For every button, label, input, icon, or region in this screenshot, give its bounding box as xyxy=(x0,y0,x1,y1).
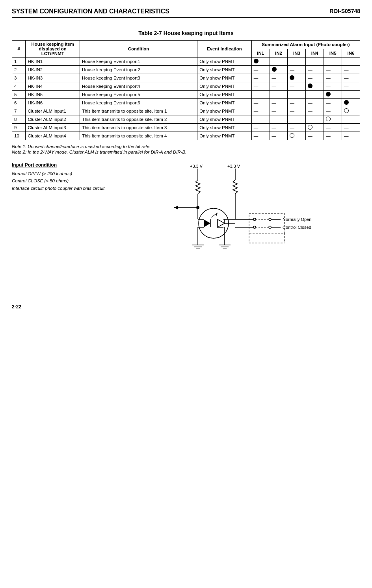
note-2: Note 2: In the 2-WAY mode, Cluster ALM i… xyxy=(12,150,360,154)
cell-symbol: — xyxy=(270,99,288,107)
circuit-diagram: +3.3 V +3.3 V xyxy=(130,162,360,288)
filled-dot xyxy=(326,92,331,96)
cell-symbol xyxy=(288,132,306,140)
contact-closed-right xyxy=(269,226,271,228)
cell-symbol: — xyxy=(342,58,360,66)
cell-num: 10 xyxy=(12,132,26,140)
cell-symbol: — xyxy=(251,115,270,124)
cell-symbol xyxy=(270,66,288,74)
house-keeping-table: # House keeping Item displayed on LCT/PN… xyxy=(12,40,360,140)
cell-num: 4 xyxy=(12,82,26,91)
cell-symbol: — xyxy=(306,107,324,115)
control-closed-label: Control Closed xyxy=(283,225,311,230)
circuit-area: Input Port condition Normal OPEN (> 200 … xyxy=(12,162,360,288)
cell-symbol: — xyxy=(251,132,270,140)
cell-symbol xyxy=(251,58,270,66)
cell-symbol: — xyxy=(306,91,324,99)
col-header-in5: IN5 xyxy=(324,49,342,58)
cell-condition: This item transmits to opposite site. It… xyxy=(80,132,197,140)
cell-symbol: — xyxy=(324,99,342,107)
contact-open-upper xyxy=(253,218,256,221)
cell-symbol: — xyxy=(288,115,306,124)
open-dot xyxy=(290,133,294,138)
contact-box xyxy=(249,213,285,233)
cell-condition: House keeping Event inport1 xyxy=(80,58,197,66)
cell-condition: This item transmits to opposite site. It… xyxy=(80,124,197,132)
cell-symbol: — xyxy=(270,91,288,99)
cell-condition: This item transmits to opposite site. It… xyxy=(80,115,197,124)
cell-symbol: — xyxy=(251,99,270,107)
cell-hk: HK-IN4 xyxy=(26,82,80,91)
cell-event: Only show PNMT xyxy=(197,58,252,66)
col-header-in4: IN4 xyxy=(306,49,324,58)
cell-symbol: — xyxy=(324,82,342,91)
circuit-text: Input Port condition Normal OPEN (> 200 … xyxy=(12,162,130,192)
cell-symbol: — xyxy=(342,91,360,99)
cell-symbol: — xyxy=(306,66,324,74)
cell-symbol: — xyxy=(251,74,270,82)
cell-symbol xyxy=(288,74,306,82)
arrow-left xyxy=(174,206,178,210)
col-header-in3: IN3 xyxy=(288,49,306,58)
table-title: Table 2-7 House keeping input Items xyxy=(12,30,360,36)
cell-symbol: — xyxy=(270,74,288,82)
table-row: 9Cluster ALM input3This item transmits t… xyxy=(12,124,360,132)
cell-event: Only show PNMT xyxy=(197,82,252,91)
contact-open-lower-upper xyxy=(269,218,271,221)
cell-hk: Cluster ALM input2 xyxy=(26,115,80,124)
cell-symbol: — xyxy=(288,91,306,99)
col-header-in1: IN1 xyxy=(251,49,270,58)
cell-hk: HK-IN5 xyxy=(26,91,80,99)
note-1: Note 1: Unused channel/interface is mask… xyxy=(12,144,360,149)
table-notes: Note 1: Unused channel/interface is mask… xyxy=(12,144,360,154)
vcc2-label: +3.3 V xyxy=(227,164,240,169)
doc-number: ROI-S05748 xyxy=(329,8,360,14)
cell-symbol: — xyxy=(270,58,288,66)
cell-event: Only show PNMT xyxy=(197,91,252,99)
table-row: 10Cluster ALM input4This item transmits … xyxy=(12,132,360,140)
cell-symbol: — xyxy=(306,74,324,82)
cell-num: 7 xyxy=(12,107,26,115)
cell-num: 8 xyxy=(12,115,26,124)
normally-open-label: Normally Open xyxy=(283,217,311,222)
cell-symbol: — xyxy=(288,58,306,66)
cell-symbol xyxy=(306,124,324,132)
cell-event: Only show PNMT xyxy=(197,124,252,132)
cell-symbol: — xyxy=(342,66,360,74)
circuit-svg: +3.3 V +3.3 V xyxy=(130,162,360,288)
cell-num: 1 xyxy=(12,58,26,66)
cell-symbol: — xyxy=(270,124,288,132)
open-dot xyxy=(326,117,331,121)
input-port-line-1: Normal OPEN (> 200 k ohms) xyxy=(12,170,130,177)
table-row: 4HK-IN4House keeping Event inport4Only s… xyxy=(12,82,360,91)
col-header-condition: Condition xyxy=(80,41,197,58)
col-header-summarized: Summarized Alarm Input (Photo coupler) xyxy=(251,41,360,49)
table-row: 8Cluster ALM input2This item transmits t… xyxy=(12,115,360,124)
open-dot xyxy=(308,125,312,130)
cell-symbol: — xyxy=(306,115,324,124)
cell-symbol: — xyxy=(270,115,288,124)
cell-symbol: — xyxy=(288,82,306,91)
cell-symbol: — xyxy=(342,132,360,140)
vcc1-label: +3.3 V xyxy=(190,164,203,169)
cell-event: Only show PNMT xyxy=(197,115,252,124)
cell-hk: Cluster ALM input3 xyxy=(26,124,80,132)
cell-symbol xyxy=(324,91,342,99)
page-footer: 2-22 xyxy=(12,304,360,310)
table-row: 6HK-IN6House keeping Event inport6Only s… xyxy=(12,99,360,107)
col-header-num: # xyxy=(12,41,26,58)
cell-symbol xyxy=(306,82,324,91)
cell-hk: HK-IN3 xyxy=(26,74,80,82)
cell-symbol: — xyxy=(251,82,270,91)
cell-event: Only show PNMT xyxy=(197,74,252,82)
cell-num: 3 xyxy=(12,74,26,82)
cell-symbol: — xyxy=(342,124,360,132)
cell-symbol: — xyxy=(324,58,342,66)
page-title: SYSTEM CONFIGURATION AND CHARACTERISTICS xyxy=(12,8,169,15)
cell-symbol: — xyxy=(342,82,360,91)
contact-open-lower xyxy=(253,226,256,228)
cell-num: 9 xyxy=(12,124,26,132)
cell-symbol xyxy=(342,107,360,115)
col-header-in6: IN6 xyxy=(342,49,360,58)
cell-symbol: — xyxy=(324,66,342,74)
